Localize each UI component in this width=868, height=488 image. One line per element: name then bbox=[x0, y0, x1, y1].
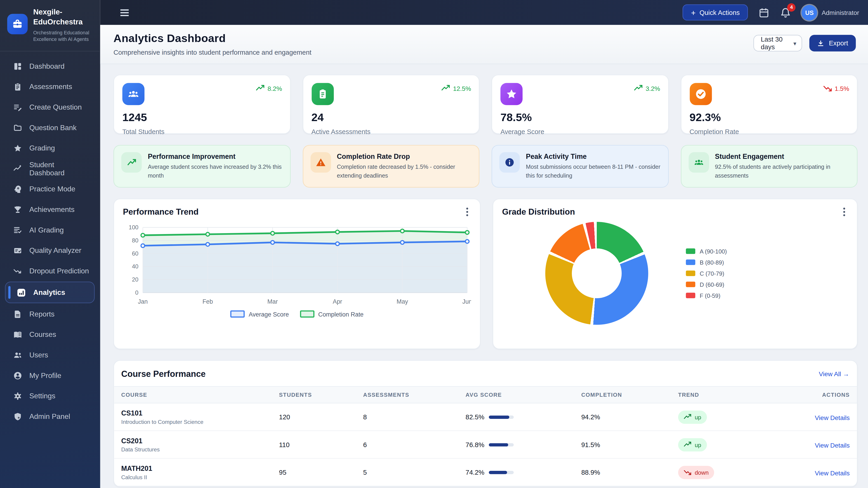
trending-up-icon bbox=[684, 441, 691, 449]
sidebar-item-settings[interactable]: Settings bbox=[5, 386, 95, 406]
sidebar-item-label: Assessments bbox=[29, 83, 72, 91]
score-progress-bar bbox=[489, 415, 514, 419]
course-code: CS201 bbox=[121, 437, 279, 445]
legend-item-grade-d: D (60-69) bbox=[686, 281, 727, 288]
stat-value: 92.3% bbox=[689, 111, 848, 124]
trend-line-icon bbox=[13, 164, 22, 173]
insight-card-student-engagement: Student Engagement 92.5% of students are… bbox=[681, 145, 857, 188]
stat-label: Active Assessments bbox=[311, 128, 471, 135]
trending-up-icon bbox=[634, 84, 643, 93]
users-group-icon bbox=[688, 152, 709, 173]
stat-value: 78.5% bbox=[500, 111, 659, 124]
file-icon bbox=[13, 309, 22, 319]
trend-chart-legend: Average Score Completion Rate bbox=[123, 311, 471, 318]
user-circle-icon bbox=[13, 371, 22, 380]
view-details-link[interactable]: View Details bbox=[815, 469, 850, 476]
stat-trend: 8.2% bbox=[256, 84, 282, 93]
sidebar-item-users[interactable]: Users bbox=[5, 345, 95, 365]
stat-value: 24 bbox=[311, 111, 471, 124]
content-area: 8.2% 1245 Total Students 12.5% 24 A bbox=[100, 64, 868, 488]
notifications-bell-icon[interactable]: 4 bbox=[780, 7, 791, 18]
sidebar-item-reports[interactable]: Reports bbox=[5, 304, 95, 324]
page-subtitle: Comprehensive insights into student perf… bbox=[114, 49, 855, 57]
chevron-down-icon: ▼ bbox=[792, 41, 797, 46]
sidebar-item-grading[interactable]: Grading bbox=[5, 138, 95, 158]
avatar: US bbox=[802, 5, 817, 20]
sidebar-item-label: Courses bbox=[29, 330, 56, 339]
sidebar-item-label: Achievements bbox=[29, 205, 74, 214]
table-header: Course Performance View All → bbox=[114, 361, 857, 386]
sidebar-item-label: Grading bbox=[29, 144, 55, 152]
users-icon bbox=[13, 350, 22, 360]
sidebar-item-practice-mode[interactable]: Practice Mode bbox=[5, 179, 95, 199]
sidebar-item-quality-analyzer[interactable]: Quality Analyzer bbox=[5, 240, 95, 261]
app-window: Nexgile-EduOrchestra Orchestrating Educa… bbox=[0, 0, 868, 488]
notification-badge: 4 bbox=[787, 3, 796, 11]
legend-item-grade-a: A (90-100) bbox=[686, 248, 727, 254]
table-row: CS101 Introduction to Computer Science 1… bbox=[114, 403, 857, 431]
briefcase-logo-icon bbox=[7, 14, 28, 34]
dashboard-grid-icon bbox=[13, 61, 22, 71]
check-circle-icon bbox=[689, 83, 712, 105]
svg-text:0: 0 bbox=[135, 289, 138, 296]
insight-title: Completion Rate Drop bbox=[337, 153, 471, 160]
chart-title: Grade Distribution bbox=[502, 207, 848, 217]
svg-text:80: 80 bbox=[132, 237, 138, 243]
main-column: + Quick Actions 4 US Administrator Analy… bbox=[100, 0, 868, 488]
stat-trend: 1.5% bbox=[823, 84, 849, 93]
quick-actions-button[interactable]: + Quick Actions bbox=[683, 4, 748, 21]
sidebar-item-my-profile[interactable]: My Profile bbox=[5, 365, 95, 386]
insights-row: Performance Improvement Average student … bbox=[114, 145, 857, 188]
user-menu[interactable]: US Administrator bbox=[802, 5, 859, 20]
legend-swatch bbox=[230, 311, 245, 318]
table-row: MATH201 Calculus II 95 5 74.2% 88.9% dow… bbox=[114, 459, 857, 486]
column-header: Avg Score bbox=[466, 392, 581, 398]
insight-desc: Most submissions occur between 8-11 PM -… bbox=[526, 163, 661, 181]
hamburger-menu-icon[interactable] bbox=[119, 6, 131, 19]
sidebar-item-question-bank[interactable]: Question Bank bbox=[5, 117, 95, 138]
stat-label: Total Students bbox=[122, 128, 281, 135]
insight-desc: 92.5% of students are actively participa… bbox=[715, 163, 850, 181]
sidebar-item-student-dashboard[interactable]: Student Dashboard bbox=[5, 158, 95, 179]
sidebar-item-achievements[interactable]: Achievements bbox=[5, 199, 95, 220]
svg-text:100: 100 bbox=[129, 224, 138, 230]
kebab-menu-icon[interactable] bbox=[462, 207, 472, 217]
date-range-select[interactable]: Last 30 days ▼ bbox=[754, 35, 802, 51]
sidebar-item-create-question[interactable]: Create Question bbox=[5, 97, 95, 118]
sidebar-item-analytics[interactable]: Analytics bbox=[5, 282, 95, 303]
sidebar-item-dropout-prediction[interactable]: Dropout Prediction bbox=[5, 261, 95, 281]
gear-icon bbox=[13, 391, 22, 401]
app-tagline: Orchestrating Educational Excellence wit… bbox=[33, 29, 93, 43]
calendar-icon[interactable] bbox=[758, 7, 770, 18]
trending-down-icon bbox=[823, 84, 832, 93]
folder-icon bbox=[13, 123, 22, 132]
sidebar-item-label: Admin Panel bbox=[29, 412, 70, 421]
column-header: Students bbox=[279, 392, 363, 398]
book-icon bbox=[13, 330, 22, 339]
sidebar-item-assessments[interactable]: Assessments bbox=[5, 76, 95, 97]
head-gear-icon bbox=[13, 184, 22, 194]
view-details-link[interactable]: View Details bbox=[815, 414, 850, 421]
user-role-label: Administrator bbox=[822, 9, 859, 15]
insight-title: Peak Activity Time bbox=[526, 153, 661, 160]
sidebar-item-label: Student Dashboard bbox=[29, 160, 90, 177]
active-indicator-bar bbox=[8, 286, 11, 299]
course-name: Data Structures bbox=[121, 446, 279, 452]
users-group-icon bbox=[122, 83, 145, 105]
sidebar-item-courses[interactable]: Courses bbox=[5, 324, 95, 345]
avg-bar-fill bbox=[489, 470, 507, 474]
legend-item-average-score: Average Score bbox=[230, 311, 289, 318]
sidebar-item-admin-panel[interactable]: Admin Panel bbox=[5, 406, 95, 427]
svg-text:60: 60 bbox=[132, 250, 138, 257]
page-header: Analytics Dashboard Comprehensive insigh… bbox=[100, 25, 868, 64]
sidebar-item-dashboard[interactable]: Dashboard bbox=[5, 56, 95, 76]
view-all-link[interactable]: View All → bbox=[819, 371, 849, 377]
view-details-link[interactable]: View Details bbox=[815, 442, 850, 449]
legend-item-grade-f: F (0-59) bbox=[686, 292, 727, 299]
course-performance-card: Course Performance View All → Course Stu… bbox=[114, 360, 857, 487]
trending-up-icon bbox=[121, 152, 142, 173]
export-button[interactable]: Export bbox=[809, 35, 856, 51]
avg-bar-fill bbox=[489, 415, 509, 419]
kebab-menu-icon[interactable] bbox=[839, 207, 849, 217]
sidebar-item-ai-grading[interactable]: AI Grading bbox=[5, 220, 95, 240]
